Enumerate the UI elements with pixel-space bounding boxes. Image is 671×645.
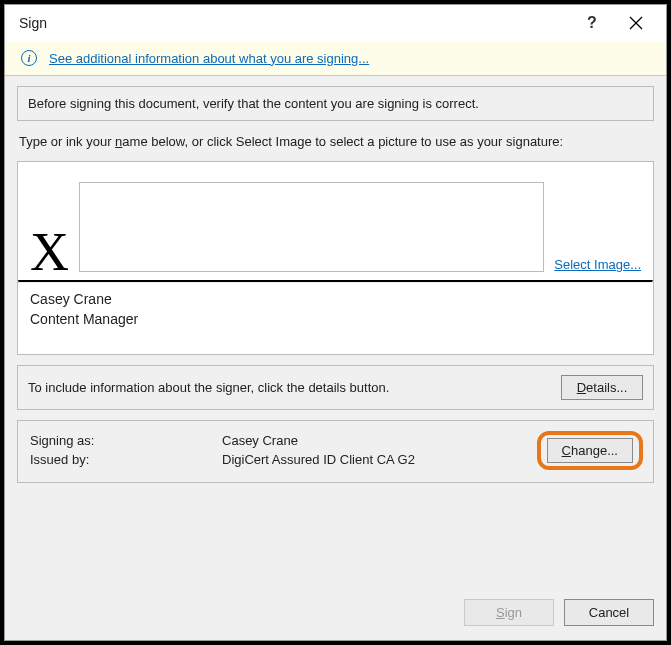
verify-text: Before signing this document, verify tha… (28, 96, 479, 111)
signer-title: Content Manager (30, 309, 641, 329)
dialog-title: Sign (19, 15, 570, 31)
info-bar: i See additional information about what … (5, 41, 666, 76)
signature-top-row: X Select Image... (18, 162, 653, 280)
verify-panel: Before signing this document, verify tha… (17, 86, 654, 121)
info-icon: i (21, 50, 37, 66)
change-button-highlight: Change... (537, 431, 643, 470)
help-button[interactable]: ? (570, 8, 614, 38)
signing-as-label: Signing as: (30, 433, 204, 448)
signature-instruction: Type or ink your name below, or click Se… (17, 131, 654, 151)
close-icon (629, 16, 643, 30)
additional-info-link[interactable]: See additional information about what yo… (49, 51, 369, 66)
titlebar: Sign ? (5, 5, 666, 41)
signature-input[interactable] (79, 182, 544, 272)
issued-by-label: Issued by: (30, 452, 204, 467)
signature-x-mark: X (30, 228, 69, 279)
signing-as-value: Casey Crane (222, 433, 525, 448)
certificate-panel: Signing as: Casey Crane Issued by: DigiC… (17, 420, 654, 483)
signature-block: X Select Image... Casey Crane Content Ma… (17, 161, 654, 355)
signer-name: Casey Crane (30, 289, 641, 309)
certificate-grid: Signing as: Casey Crane Issued by: DigiC… (30, 433, 525, 467)
details-row-text: To include information about the signer,… (28, 380, 549, 395)
details-row: To include information about the signer,… (17, 365, 654, 410)
dialog-footer: Sign Cancel (5, 591, 666, 640)
select-image-link[interactable]: Select Image... (554, 257, 641, 272)
sign-dialog: Sign ? i See additional information abou… (4, 4, 667, 641)
issued-by-value: DigiCert Assured ID Client CA G2 (222, 452, 525, 467)
cancel-button[interactable]: Cancel (564, 599, 654, 626)
details-button[interactable]: Details... (561, 375, 643, 400)
signer-details: Casey Crane Content Manager (18, 283, 653, 354)
close-button[interactable] (614, 8, 658, 38)
sign-button[interactable]: Sign (464, 599, 554, 626)
change-button[interactable]: Change... (547, 438, 633, 463)
dialog-content: Before signing this document, verify tha… (5, 76, 666, 591)
